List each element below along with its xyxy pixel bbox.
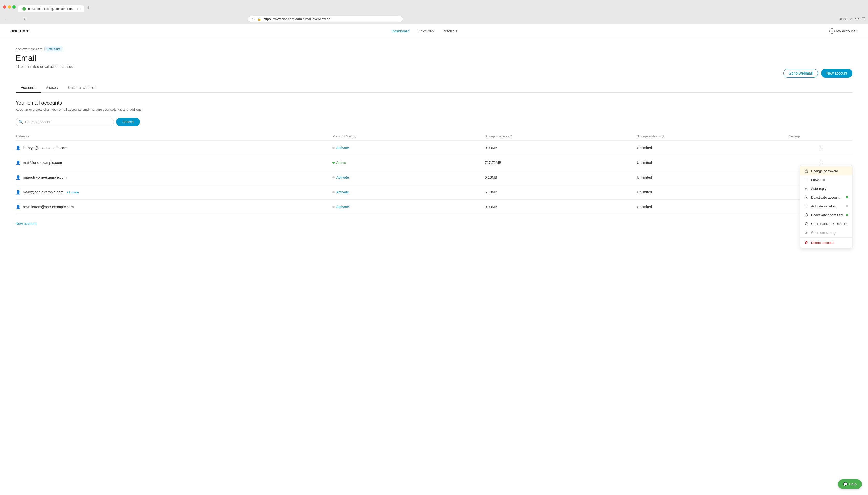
search-account-input[interactable]: [16, 118, 114, 126]
storage-kathryn: 0.03MB: [485, 146, 637, 150]
tab-catchall[interactable]: Catch-all address: [63, 83, 102, 93]
activate-link-kathryn[interactable]: Activate: [336, 146, 349, 150]
menu-item-get-storage: ✉ Get more storage: [800, 228, 852, 237]
th-settings: Settings: [789, 135, 852, 138]
addon-info-icon[interactable]: i: [662, 135, 666, 138]
browser-tab[interactable]: one.com : Hosting, Domain, Em... ✕: [18, 5, 84, 12]
table-row: 👤 margot@one-example.com Activate 0.16MB…: [16, 170, 852, 185]
traffic-light-red[interactable]: [3, 5, 6, 8]
page-subtitle: 21 of unlimited email accounts used: [16, 65, 73, 69]
menu-item-autoreply[interactable]: ↩ Auto-reply: [800, 184, 852, 193]
nav-links: Dashboard Office 365 Referrals: [392, 29, 457, 33]
my-account-chevron: ▾: [856, 30, 858, 32]
tab-accounts[interactable]: Accounts: [16, 83, 41, 93]
search-button[interactable]: Search: [116, 118, 140, 126]
tab-favicon: [22, 7, 26, 11]
nav-link-referrals[interactable]: Referrals: [442, 29, 457, 33]
traffic-light-yellow[interactable]: [8, 5, 11, 8]
table-header: Address ▾ Premium Mail i Storage usage ▾…: [16, 133, 852, 140]
status-cell-mary: Activate: [332, 190, 485, 194]
email-address: margot@one-example.com: [23, 175, 67, 180]
lock-icon: [804, 169, 808, 173]
tab-aliases[interactable]: Aliases: [41, 83, 63, 93]
status-dot-gray: [332, 191, 334, 193]
addon-sort-icon: ▾: [659, 135, 661, 138]
nav-link-office365[interactable]: Office 365: [418, 29, 434, 33]
email-cell-margot: 👤 margot@one-example.com: [16, 175, 332, 180]
menu-item-forwards[interactable]: → Forwards: [800, 175, 852, 184]
settings-kathryn: ⋮: [789, 144, 852, 151]
menu-item-label: Auto-reply: [811, 187, 826, 190]
storage-info-icon[interactable]: i: [508, 135, 512, 138]
back-button[interactable]: ←: [3, 16, 10, 22]
status-dot-green: [332, 161, 334, 164]
context-menu: Change password → Forwards ↩ Auto-reply: [800, 165, 852, 248]
header-section: Email 21 of unlimited email accounts use…: [16, 53, 852, 78]
page-title: Email: [16, 53, 73, 63]
activate-link-newsletters[interactable]: Activate: [336, 205, 349, 209]
email-account-icon: 👤: [16, 205, 21, 209]
new-account-button[interactable]: New account: [821, 69, 852, 78]
th-storage: Storage usage ▾ i: [485, 135, 637, 138]
search-row: 🔍 Search: [16, 118, 140, 126]
table-row: 👤 mail@one-example.com Active 717.72MB U…: [16, 155, 852, 170]
settings-menu-btn-kathryn[interactable]: ⋮: [816, 144, 825, 151]
storage-margot: 0.16MB: [485, 175, 637, 180]
arrow-right-icon: →: [804, 177, 808, 182]
traffic-light-green[interactable]: [13, 5, 16, 8]
reload-button[interactable]: ↻: [22, 16, 28, 22]
table-row: 👤 newsletters@one-example.com Activate 0…: [16, 200, 852, 215]
breadcrumb-domain: one-example.com: [16, 47, 42, 51]
email-account-icon: 👤: [16, 160, 21, 165]
arrow-left-icon: ↩: [804, 186, 808, 190]
menu-item-delete-account[interactable]: Delete account: [800, 238, 852, 247]
go-to-webmail-button[interactable]: Go to Webmail: [783, 69, 818, 78]
email-account-icon: 👤: [16, 175, 21, 180]
menu-item-backup-restore[interactable]: Go to Backup & Restore: [800, 219, 852, 228]
menu-item-deactivate-spam[interactable]: Deactivate spam filter: [800, 210, 852, 219]
status-cell-margot: Activate: [332, 175, 485, 180]
email-address: kathryn@one-example.com: [23, 146, 67, 150]
new-account-link[interactable]: New account: [16, 222, 36, 226]
status-dot-gray: [846, 205, 848, 207]
my-account-button[interactable]: My account ▾: [819, 29, 858, 34]
email-extra: +1 more: [67, 190, 79, 194]
menu-item-label: Forwards: [811, 178, 825, 182]
top-nav: one.com Dashboard Office 365 Referrals M…: [0, 24, 868, 38]
menu-item-label: Change password: [811, 169, 838, 173]
menu-item-deactivate-account[interactable]: Deactivate account: [800, 193, 852, 202]
status-cell-kathryn: Activate: [332, 146, 485, 150]
address-bar[interactable]: 🛡 🔒 https://www.one.com/admin/mail/overv…: [248, 16, 403, 22]
svg-rect-1: [805, 171, 808, 173]
tab-title: one.com : Hosting, Domain, Em...: [28, 7, 75, 11]
menu-item-label: Go to Backup & Restore: [811, 222, 847, 226]
user-icon: [804, 195, 808, 199]
menu-item-change-password[interactable]: Change password: [800, 167, 852, 175]
menu-item-activate-sanebox[interactable]: Activate sanebox: [800, 202, 852, 210]
shield-button[interactable]: 🛡: [855, 17, 859, 21]
search-input-wrap: 🔍: [16, 118, 114, 126]
header-left: Email 21 of unlimited email accounts use…: [16, 53, 73, 75]
page: one.com Dashboard Office 365 Referrals M…: [0, 24, 868, 495]
help-button[interactable]: 💬 Help: [838, 479, 862, 489]
addon-kathryn: Unlimited: [637, 146, 789, 150]
addon-margot: Unlimited: [637, 175, 789, 180]
zoom-level: 80 %: [840, 17, 847, 21]
email-cell-kathryn: 👤 kathryn@one-example.com: [16, 146, 332, 150]
tabs: Accounts Aliases Catch-all address: [16, 83, 852, 93]
new-tab-button[interactable]: +: [84, 4, 92, 12]
bookmark-button[interactable]: ☆: [849, 17, 853, 21]
main-content: one-example.com Enthusiast Email 21 of u…: [0, 38, 868, 234]
logo: one.com: [10, 28, 30, 34]
th-premium: Premium Mail i: [332, 135, 485, 138]
activate-link-margot[interactable]: Activate: [336, 175, 349, 180]
nav-link-dashboard[interactable]: Dashboard: [392, 29, 409, 33]
activate-link-mary[interactable]: Activate: [336, 190, 349, 194]
email-account-icon: 👤: [16, 146, 21, 150]
premium-info-icon[interactable]: i: [353, 135, 356, 138]
tab-close-button[interactable]: ✕: [77, 7, 80, 11]
settings-mail: ⋮ Change password: [789, 159, 852, 166]
forward-button[interactable]: →: [13, 16, 20, 22]
menu-button[interactable]: ☰: [861, 17, 865, 21]
table-row: 👤 mary@one-example.com +1 more Activate …: [16, 185, 852, 200]
